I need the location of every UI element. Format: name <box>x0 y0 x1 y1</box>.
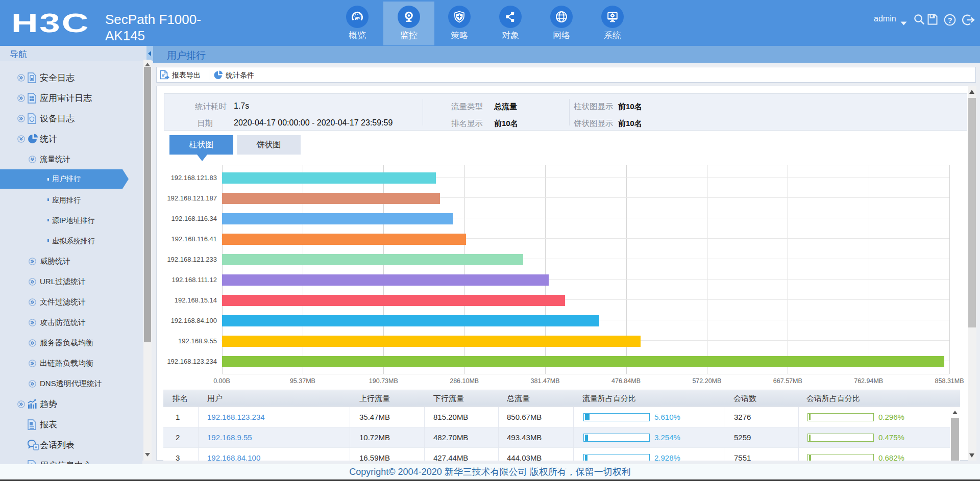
svg-text:?: ? <box>947 16 952 24</box>
